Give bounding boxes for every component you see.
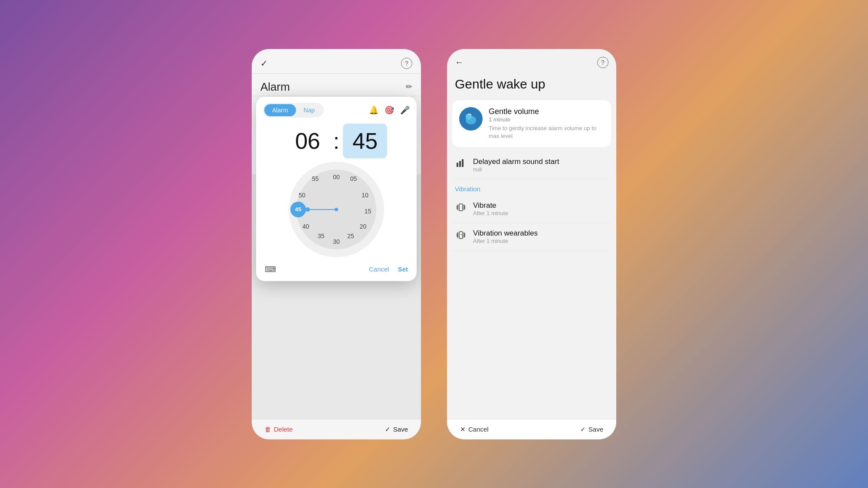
vibrate-icon-svg (456, 202, 466, 213)
picker-footer: ⌨ Cancel Set (256, 259, 417, 281)
hour-block[interactable]: 06 (286, 124, 330, 158)
gentle-footer: ✕ Cancel ✓ Save (447, 419, 616, 439)
vibrate-title: Vibrate (473, 201, 608, 210)
trash-icon: 🗑 (265, 426, 271, 433)
clock-num-50[interactable]: 50 (299, 192, 306, 199)
picker-set-button[interactable]: Set (398, 265, 408, 273)
clock-num-20[interactable]: 20 (360, 223, 367, 230)
alarm-title-row: Alarm ✏ (252, 74, 421, 96)
mic-icon[interactable]: 🎤 (400, 105, 410, 115)
minute-block[interactable]: 45 (343, 124, 387, 158)
check-save-icon: ✓ (385, 426, 391, 433)
edit-icon[interactable]: ✏ (406, 82, 412, 92)
vibrate-icon (455, 201, 467, 213)
delayed-alarm-icon (455, 157, 467, 170)
clock-num-40[interactable]: 40 (302, 223, 309, 230)
clock-hand (309, 209, 336, 210)
clock-num-55[interactable]: 55 (312, 175, 319, 182)
alarm-sound-icon[interactable]: 🔔 (369, 105, 378, 115)
tab-alarm[interactable]: Alarm (264, 104, 296, 116)
svg-rect-6 (459, 204, 463, 211)
delayed-alarm-title: Delayed alarm sound start (473, 157, 608, 166)
vibrate-info: Vibrate After 1 minute (473, 201, 608, 216)
clock-num-15[interactable]: 15 (365, 208, 372, 215)
picker-time-display: 06 : 45 (256, 118, 417, 162)
gentle-title: Gentle wake up (447, 72, 616, 100)
alarm-footer: 🗑 Delete ✓ Save (252, 419, 421, 439)
picker-cancel-button[interactable]: Cancel (369, 265, 389, 273)
back-button[interactable]: ← (455, 57, 464, 67)
picker-tabs: Alarm Nap 🔔 🎯 🎤 (256, 97, 417, 118)
vibration-wearables-value: After 1 minute (473, 238, 608, 244)
picker-tab-group: Alarm Nap (263, 103, 324, 118)
vibration-wearables-title: Vibration wearables (473, 229, 608, 238)
clock-num-30[interactable]: 30 (333, 238, 340, 245)
gentle-volume-value: 1 minute (489, 116, 604, 123)
vibration-wearables-row[interactable]: Vibration wearables After 1 minute (452, 223, 611, 251)
target-icon[interactable]: 🎯 (385, 105, 394, 115)
delayed-alarm-value: null (473, 166, 608, 173)
gentle-volume-card[interactable]: Gentle volume 1 minute Time to gently in… (452, 100, 611, 147)
tab-nap[interactable]: Nap (296, 104, 323, 116)
vibration-wearables-info: Vibration wearables After 1 minute (473, 229, 608, 244)
right-screen: ← ? Gentle wake up (447, 49, 616, 439)
svg-rect-3 (457, 163, 458, 167)
gentle-body: Gentle volume 1 minute Time to gently in… (447, 100, 616, 419)
gentle-icon-svg (459, 107, 483, 131)
gentle-volume-desc: Time to gently increase alarm volume up … (489, 124, 604, 140)
clock-num-00[interactable]: 00 (333, 174, 340, 180)
vibration-wearables-icon (455, 229, 467, 241)
delayed-alarm-info: Delayed alarm sound start null (473, 157, 608, 173)
picker-icons: 🔔 🎯 🎤 (369, 105, 410, 115)
save-button[interactable]: ✓ Save (385, 426, 408, 433)
gentle-volume-icon (459, 107, 483, 131)
clock-num-35[interactable]: 35 (318, 233, 325, 239)
cancel-x-icon: ✕ (460, 426, 466, 433)
gentle-save-button[interactable]: ✓ Save (580, 426, 603, 433)
check-icon[interactable]: ✓ (260, 58, 268, 69)
keyboard-icon[interactable]: ⌨ (265, 265, 276, 274)
clock-num-10[interactable]: 10 (362, 192, 368, 199)
time-picker-overlay: Alarm Nap 🔔 🎯 🎤 06 : 45 (256, 97, 417, 281)
gentle-volume-info: Gentle volume 1 minute Time to gently in… (489, 107, 604, 140)
delayed-alarm-row[interactable]: Delayed alarm sound start null (452, 151, 611, 179)
clock-num-25[interactable]: 25 (347, 233, 354, 239)
clock-face[interactable]: 00 05 10 15 20 25 30 35 40 50 (289, 162, 384, 257)
delayed-icon-svg (456, 158, 466, 169)
left-phone: ✓ ? Alarm ✏ 09:44 ⇄ Mo Tu We Th Fr Sa Su… (252, 49, 421, 439)
svg-rect-4 (459, 161, 461, 167)
picker-action-btns: Cancel Set (369, 265, 408, 273)
alarm-header: ✓ ? (252, 49, 421, 74)
delete-button[interactable]: 🗑 Delete (265, 426, 293, 433)
clock-center-dot (335, 208, 338, 211)
vibrate-value: After 1 minute (473, 210, 608, 216)
svg-rect-5 (462, 159, 464, 167)
vibrate-row[interactable]: Vibrate After 1 minute (452, 195, 611, 223)
alarm-title: Alarm (260, 80, 290, 94)
vibration-section-label: Vibration (452, 179, 611, 195)
help-icon-right[interactable]: ? (597, 57, 608, 68)
clock-hand-end (306, 207, 310, 212)
save-check-icon: ✓ (580, 426, 586, 433)
gentle-volume-name: Gentle volume (489, 107, 604, 116)
time-colon: : (333, 128, 339, 154)
left-screen: ✓ ? Alarm ✏ 09:44 ⇄ Mo Tu We Th Fr Sa Su… (252, 49, 421, 439)
right-phone: ← ? Gentle wake up (447, 49, 616, 439)
selected-minute-bubble: 45 (290, 202, 306, 217)
gentle-cancel-button[interactable]: ✕ Cancel (460, 426, 489, 433)
help-icon-left[interactable]: ? (401, 58, 412, 69)
gentle-header: ← ? (447, 49, 616, 72)
wearables-icon-svg (456, 230, 466, 240)
clock-num-05[interactable]: 05 (350, 175, 357, 182)
